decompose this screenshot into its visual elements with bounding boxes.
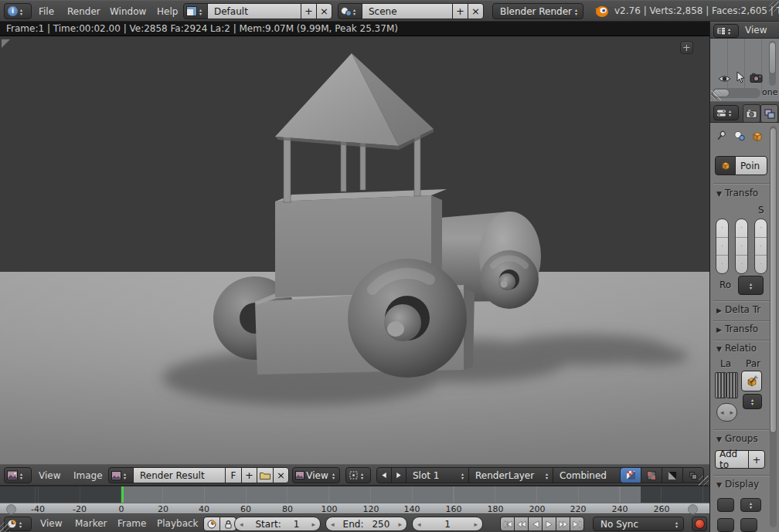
number-field[interactable]: ·: [755, 256, 767, 273]
number-field[interactable]: ·: [736, 256, 747, 273]
timeline-menu-frame[interactable]: Frame: [117, 515, 146, 532]
next-keyframe-button[interactable]: [556, 517, 570, 531]
groups-panel-header[interactable]: ▼Groups: [716, 433, 758, 444]
number-field[interactable]: ·: [755, 219, 767, 238]
editor-type-image-button[interactable]: ▴▾: [4, 467, 32, 483]
display-toggle-button-2[interactable]: [717, 518, 734, 532]
image-editor-viewport[interactable]: +: [0, 36, 709, 464]
timeline-menu-marker[interactable]: Marker: [75, 515, 107, 532]
open-image-button[interactable]: [257, 467, 274, 483]
render-pass-dropdown[interactable]: Combined ▴▾: [553, 467, 628, 483]
view-mode-dropdown[interactable]: View ▴▾: [292, 467, 340, 483]
unlink-image-button[interactable]: ×: [273, 467, 289, 483]
scene-name-field[interactable]: Scene: [362, 3, 453, 19]
rotation-mode-dropdown[interactable]: ▴▾: [738, 276, 764, 295]
display-toggle-button-3[interactable]: [740, 518, 757, 532]
layers-grid-right[interactable]: [726, 372, 738, 398]
menu-help[interactable]: Help: [157, 2, 178, 22]
close-layout-button[interactable]: ×: [316, 3, 332, 19]
object-name-field[interactable]: Poin: [735, 156, 767, 175]
outliner-body[interactable]: one: [710, 39, 779, 101]
render-engine-dropdown[interactable]: Blender Render ▴▾: [492, 3, 583, 19]
timeline-track[interactable]: [0, 486, 709, 503]
start-frame-slider[interactable]: ◂ Start: 1 ▸: [234, 517, 321, 531]
display-panel-header[interactable]: ▼Display: [716, 479, 759, 490]
transform-slider-column-1[interactable]: · · ·: [716, 219, 729, 274]
channel-zdepth-button[interactable]: [662, 467, 683, 483]
scrollbar-thumb[interactable]: [770, 127, 777, 433]
editor-type-properties-button[interactable]: ▴▾: [713, 105, 739, 120]
window-resize-grip[interactable]: [769, 2, 779, 12]
menu-file[interactable]: File: [39, 2, 54, 22]
selectability-cursor-icon[interactable]: [736, 71, 746, 83]
display-type-dropdown[interactable]: ▴▾: [740, 498, 761, 512]
sync-mode-dropdown[interactable]: No Sync ▴▾: [593, 517, 684, 531]
show-seconds-button[interactable]: [203, 517, 220, 531]
menu-render[interactable]: Render: [67, 2, 100, 22]
previous-slot-button[interactable]: [376, 467, 392, 483]
timeline-menu-view[interactable]: View: [40, 515, 62, 532]
image-menu-image[interactable]: Image: [73, 466, 103, 486]
jump-to-end-button[interactable]: [570, 517, 584, 531]
current-frame-marker[interactable]: [121, 486, 124, 503]
tab-render[interactable]: [743, 104, 760, 123]
scrollbar-thumb[interactable]: [769, 42, 776, 74]
next-slot-button[interactable]: [391, 467, 407, 483]
tab-render-layers[interactable]: [760, 104, 778, 123]
breadcrumb-scene-icon[interactable]: [733, 130, 745, 141]
add-layout-button[interactable]: +: [301, 3, 317, 19]
screen-layout-name-field[interactable]: Default: [207, 3, 301, 19]
render-layer-dropdown[interactable]: RenderLayer ▴▾: [468, 467, 553, 483]
object-icon-button[interactable]: [715, 156, 736, 175]
timeline-ruler[interactable]: -40 -20 0 20 40 60 80 100 120 140 160 18…: [0, 503, 709, 514]
transform-panel-header[interactable]: ▼Transfo: [716, 188, 758, 198]
previous-keyframe-button[interactable]: [514, 517, 529, 531]
number-field[interactable]: ·: [716, 238, 728, 256]
image-browse-button[interactable]: ▴▾: [108, 467, 134, 483]
number-field[interactable]: ·: [755, 238, 767, 256]
timeline-menu-playback[interactable]: Playback: [157, 515, 199, 532]
area-resize-grip[interactable]: [699, 476, 709, 486]
number-field[interactable]: ·: [716, 256, 728, 273]
editor-type-info-button[interactable]: i ▴▾: [4, 3, 32, 19]
end-frame-slider[interactable]: ◂ End: 250 ▸: [325, 517, 407, 531]
breadcrumb-object-icon[interactable]: [751, 130, 764, 142]
visibility-eye-icon[interactable]: [718, 74, 731, 83]
channel-color-alpha-button[interactable]: [620, 467, 641, 483]
record-button[interactable]: [692, 517, 707, 531]
new-image-button[interactable]: +: [241, 467, 257, 483]
add-to-group-button[interactable]: Add to: [715, 450, 749, 469]
editor-type-outliner-button[interactable]: ▴▾: [713, 24, 739, 38]
play-button[interactable]: [542, 517, 556, 531]
slot-dropdown[interactable]: Slot 1 ▴▾: [406, 467, 469, 483]
transform-slider-column-2[interactable]: · · ·: [735, 219, 748, 274]
ruler-scroller-right-dot[interactable]: [688, 504, 698, 514]
scene-icon-button[interactable]: ▴▾: [338, 3, 362, 19]
display-toggle-button-1[interactable]: [717, 498, 734, 512]
transform-slider-column-3[interactable]: · · ·: [754, 219, 767, 274]
area-resize-grip[interactable]: [711, 90, 721, 100]
parent-type-dropdown[interactable]: ▴▾: [743, 394, 762, 409]
collapsed-slider-pill[interactable]: ◂ ▸: [716, 403, 737, 422]
screen-layout-icon-button[interactable]: ▴▾: [183, 3, 208, 19]
add-scene-button[interactable]: +: [452, 3, 468, 19]
current-frame-field[interactable]: ◂ 1 ▸: [412, 517, 483, 531]
properties-vertical-scrollbar[interactable]: [770, 126, 777, 527]
new-group-button[interactable]: +: [748, 450, 765, 469]
outliner-menu-view[interactable]: View: [745, 25, 767, 36]
renderability-camera-icon[interactable]: [750, 73, 763, 83]
pin-icon[interactable]: [715, 130, 727, 142]
ruler-scroller-left-dot[interactable]: [6, 504, 16, 514]
transform-locks-panel-header[interactable]: ▶Transfo: [716, 324, 758, 334]
number-field[interactable]: ·: [716, 219, 728, 238]
layers-grid-left[interactable]: [715, 372, 726, 398]
window-resize-grip[interactable]: [0, 522, 10, 532]
jump-to-start-button[interactable]: [500, 517, 515, 531]
number-field[interactable]: ·: [736, 238, 747, 256]
play-reverse-button[interactable]: [528, 517, 543, 531]
fake-user-button[interactable]: F: [225, 467, 242, 483]
menu-window[interactable]: Window: [110, 2, 146, 22]
outliner-vertical-scrollbar[interactable]: [769, 41, 776, 86]
image-menu-view[interactable]: View: [39, 466, 60, 486]
pivot-point-dropdown[interactable]: ▴▾: [345, 467, 371, 483]
